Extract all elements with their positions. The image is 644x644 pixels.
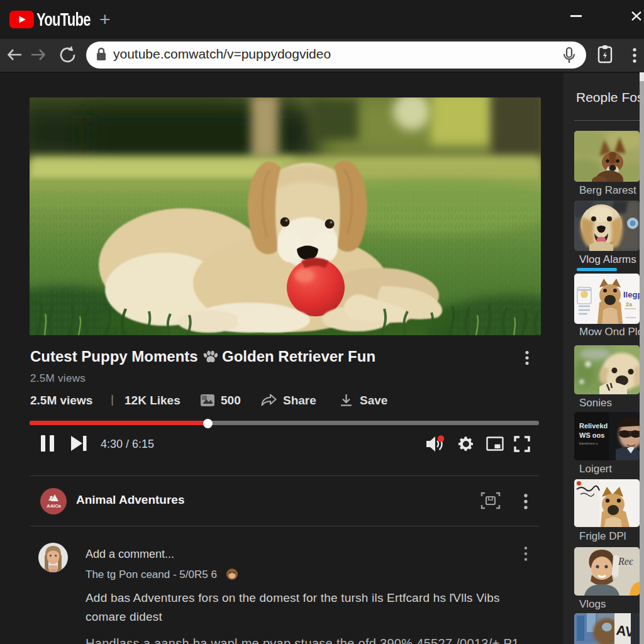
svg-text:Rеє: Rеє: [618, 556, 633, 567]
svg-text:AAICa: AAICa: [47, 503, 61, 509]
svg-text:Ilegps: Ilegps: [623, 290, 640, 299]
svg-text:2a: 2a: [626, 301, 633, 308]
svg-text:Relivekd: Relivekd: [579, 422, 608, 430]
svg-text:WS oos: WS oos: [579, 431, 604, 439]
svg-text:barelmes o: barelmes o: [579, 441, 598, 445]
